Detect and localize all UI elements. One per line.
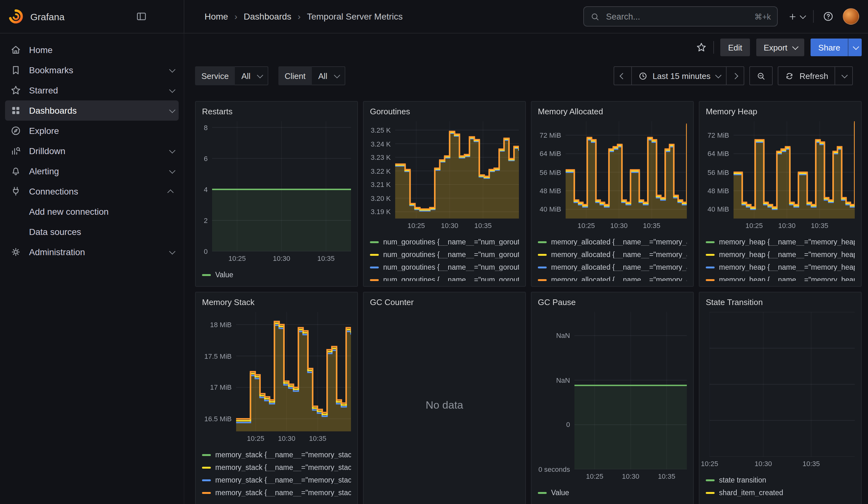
- legend-item[interactable]: memory_heap {__name__="memory_heap": [706, 261, 855, 274]
- breadcrumb-home[interactable]: Home: [205, 11, 228, 21]
- chevron-up-icon[interactable]: [167, 189, 174, 195]
- panel-restarts: Restarts 8642010:2510:3010:35Value: [195, 101, 358, 287]
- chevron-down-icon[interactable]: [169, 106, 175, 113]
- edit-button[interactable]: Edit: [721, 39, 750, 56]
- chevron-down-icon[interactable]: [169, 147, 175, 153]
- legend-item[interactable]: memory_heap {__name__="memory_heap": [706, 274, 855, 281]
- panel-title[interactable]: Restarts: [202, 107, 351, 116]
- legend-item[interactable]: memory_stack {__name__="memory_stack": [202, 449, 351, 461]
- user-avatar[interactable]: [843, 8, 859, 25]
- favorite-button[interactable]: [696, 42, 707, 53]
- refresh-button[interactable]: Refresh: [778, 66, 835, 85]
- add-new-button[interactable]: [788, 12, 804, 21]
- export-button[interactable]: Export: [756, 39, 804, 56]
- sidebar-item-data-sources[interactable]: Data sources: [5, 222, 179, 242]
- plot-area[interactable]: [575, 312, 687, 469]
- legend-item[interactable]: memory_allocated {__name__="memory_alloc…: [538, 236, 687, 248]
- legend-item[interactable]: num_goroutines {__name__="num_goroutines…: [370, 236, 519, 248]
- sidebar-item-bookmarks[interactable]: Bookmarks: [5, 60, 179, 80]
- sidebar-item-alerting[interactable]: Alerting: [5, 161, 179, 181]
- panel-grid: Restarts 8642010:2510:3010:35Value Gorou…: [195, 101, 862, 504]
- breadcrumb-separator: ›: [298, 11, 300, 21]
- state-transition-chart: 10:2510:3010:35state transitionshard_ite…: [706, 312, 855, 499]
- sidebar-item-connections[interactable]: Connections: [5, 181, 179, 202]
- sidebar-item-administration[interactable]: Administration: [5, 242, 179, 262]
- legend-item[interactable]: num_goroutines {__name__="num_goroutines…: [370, 248, 519, 261]
- plug-icon: [10, 186, 21, 197]
- breadcrumb-dashboards[interactable]: Dashboards: [244, 11, 291, 21]
- goroutines-chart: 3.25 K3.24 K3.23 K3.22 K3.21 K3.20 K3.19…: [370, 121, 519, 281]
- chevron-down-icon[interactable]: [169, 167, 175, 173]
- star-outline-icon: [696, 42, 707, 53]
- time-shift-forward-button[interactable]: [727, 66, 745, 85]
- legend-item[interactable]: num_goroutines {__name__="num_goroutines…: [370, 261, 519, 274]
- plot-area[interactable]: [710, 312, 855, 457]
- sidebar-item-starred[interactable]: Starred: [5, 80, 179, 101]
- magnifier-minus-icon: [757, 71, 766, 81]
- panel-title[interactable]: GC Pause: [538, 298, 687, 307]
- legend-item[interactable]: memory_allocated {__name__="memory_alloc…: [538, 248, 687, 261]
- plot-area[interactable]: [395, 121, 519, 218]
- time-range-picker[interactable]: Last 15 minutes: [632, 66, 727, 85]
- x-axis: 10:2510:3010:35: [566, 222, 687, 232]
- y-axis: NaNNaN00 seconds: [538, 312, 575, 469]
- chevron-down-icon[interactable]: [169, 86, 175, 93]
- legend-item[interactable]: memory_allocated {__name__="memory_alloc…: [538, 261, 687, 274]
- time-shift-back-button[interactable]: [613, 66, 632, 85]
- search-input[interactable]: [605, 11, 754, 22]
- legend-item[interactable]: memory_heap {__name__="memory_heap": [706, 236, 855, 248]
- breadcrumb-current: Temporal Server Metrics: [307, 11, 402, 21]
- plot-area[interactable]: [236, 312, 351, 431]
- zoom-out-button[interactable]: [750, 66, 773, 85]
- refresh-interval-button[interactable]: [835, 66, 853, 85]
- plot-area[interactable]: [566, 121, 687, 218]
- sidebar-item-home[interactable]: Home: [5, 40, 179, 60]
- panel-title[interactable]: Memory Stack: [202, 298, 351, 307]
- chevron-left-icon: [619, 73, 626, 79]
- time-range-group: Last 15 minutes: [613, 66, 745, 85]
- x-axis: 10:2510:3010:35: [212, 255, 351, 265]
- legend-item[interactable]: Value: [202, 268, 351, 281]
- legend-item[interactable]: memory_heap {__name__="memory_heap": [706, 248, 855, 261]
- legend-item[interactable]: memory_stack {__name__="memory_stack": [202, 474, 351, 486]
- sidebar-item-label: Starred: [29, 85, 58, 95]
- panel-title[interactable]: State Transition: [706, 298, 855, 307]
- plot-area[interactable]: [212, 121, 351, 251]
- panel-title[interactable]: Goroutines: [370, 107, 519, 116]
- sidebar-item-label: Connections: [29, 186, 78, 196]
- share-menu-button[interactable]: [848, 39, 862, 56]
- legend-item[interactable]: num_goroutines {__name__="num_goroutines…: [370, 274, 519, 281]
- panel-title[interactable]: Memory Allocated: [538, 107, 687, 116]
- sidebar-item-label: Explore: [29, 126, 59, 136]
- search-box[interactable]: ⌘+k: [583, 6, 778, 27]
- refresh-group: Refresh: [778, 66, 853, 85]
- star-icon: [10, 85, 21, 96]
- grafana-logo[interactable]: [8, 8, 24, 25]
- panel-title[interactable]: GC Counter: [370, 298, 519, 307]
- sidebar-toggle-button[interactable]: [132, 10, 151, 23]
- legend: num_goroutines {__name__="num_goroutines…: [370, 236, 519, 281]
- legend-item[interactable]: Value: [538, 486, 687, 499]
- legend-item[interactable]: memory_stack {__name__="memory_stack": [202, 486, 351, 499]
- legend-item[interactable]: shard_item_created: [706, 486, 855, 499]
- legend-item[interactable]: memory_allocated {__name__="memory_alloc…: [538, 274, 687, 281]
- help-button[interactable]: [823, 11, 834, 22]
- sidebar-item-dashboards[interactable]: Dashboards: [5, 101, 179, 121]
- panel-title[interactable]: Memory Heap: [706, 107, 855, 116]
- service-value-dropdown[interactable]: All: [235, 66, 268, 85]
- sidebar-item-add-new-connection[interactable]: Add new connection: [5, 202, 179, 222]
- legend-item[interactable]: memory_stack {__name__="memory_stack": [202, 461, 351, 474]
- restarts-chart: 8642010:2510:3010:35Value: [202, 121, 351, 281]
- legend-label: num_goroutines {__name__="num_goroutines…: [383, 263, 519, 271]
- sidebar-item-drilldown[interactable]: Drilldown: [5, 141, 179, 161]
- share-button[interactable]: Share: [811, 39, 848, 56]
- y-axis: 72 MiB64 MiB56 MiB48 MiB40 MiB: [538, 121, 566, 218]
- sidebar-item-label: Add new connection: [29, 207, 108, 217]
- legend-label: num_goroutines {__name__="num_goroutines…: [383, 276, 519, 281]
- sidebar-item-explore[interactable]: Explore: [5, 121, 179, 141]
- chevron-down-icon[interactable]: [169, 248, 175, 254]
- chevron-down-icon[interactable]: [169, 66, 175, 72]
- legend-item[interactable]: state transition: [706, 474, 855, 486]
- plot-area[interactable]: [734, 121, 855, 218]
- client-value-dropdown[interactable]: All: [312, 66, 345, 85]
